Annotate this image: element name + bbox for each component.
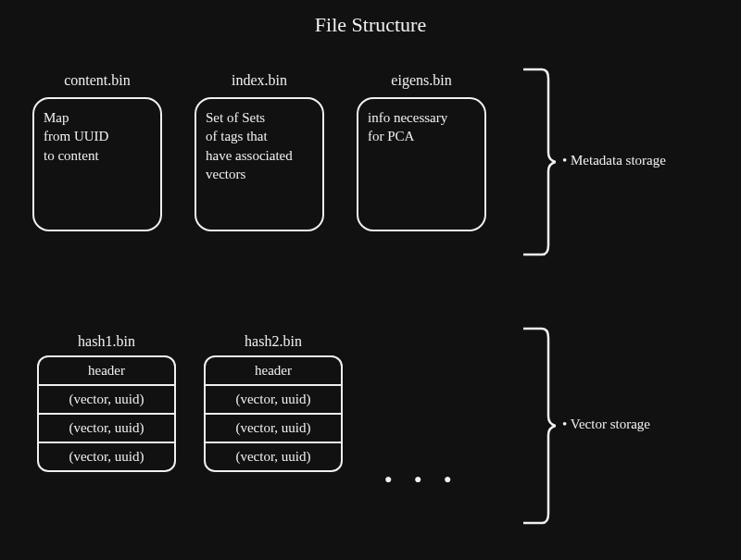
metadata-bracket: [519, 65, 556, 259]
content-bin-label: content.bin: [32, 72, 162, 89]
eigens-bin-box: info necessaryfor PCA: [357, 97, 486, 231]
index-bin-box: Set of Setsof tags thathave associatedve…: [195, 97, 324, 231]
hash2-frame: header (vector, uuid) (vector, uuid) (ve…: [204, 355, 343, 472]
hash2-row: header: [206, 357, 341, 384]
hash1-block: hash1.bin header (vector, uuid) (vector,…: [37, 333, 176, 472]
hash1-row: header: [39, 357, 174, 384]
hash1-row: (vector, uuid): [39, 413, 174, 442]
hash2-label: hash2.bin: [204, 333, 343, 350]
hash1-label: hash1.bin: [37, 333, 176, 350]
hash2-row: (vector, uuid): [206, 413, 341, 442]
vector-bracket: [519, 324, 556, 528]
hash1-row: (vector, uuid): [39, 384, 174, 413]
diagram-title: File Structure: [0, 13, 741, 37]
hash2-row: (vector, uuid): [206, 442, 341, 470]
metadata-label-text: Metadata storage: [571, 153, 666, 168]
hash1-row: (vector, uuid): [39, 442, 174, 470]
hash2-row: (vector, uuid): [206, 384, 341, 413]
content-bin-box: Mapfrom UUIDto content: [32, 97, 162, 231]
vector-bracket-label: • Vector storage: [562, 417, 650, 432]
bullet-icon: •: [562, 153, 567, 168]
bullet-icon: •: [562, 417, 567, 431]
hash2-block: hash2.bin header (vector, uuid) (vector,…: [204, 333, 343, 472]
vector-label-text: Vector storage: [571, 417, 650, 431]
index-bin-label: index.bin: [195, 72, 324, 89]
eigens-bin-label: eigens.bin: [357, 72, 486, 89]
ellipsis-icon: ● ● ●: [384, 472, 460, 487]
hash1-frame: header (vector, uuid) (vector, uuid) (ve…: [37, 355, 176, 472]
metadata-bracket-label: • Metadata storage: [562, 153, 666, 168]
